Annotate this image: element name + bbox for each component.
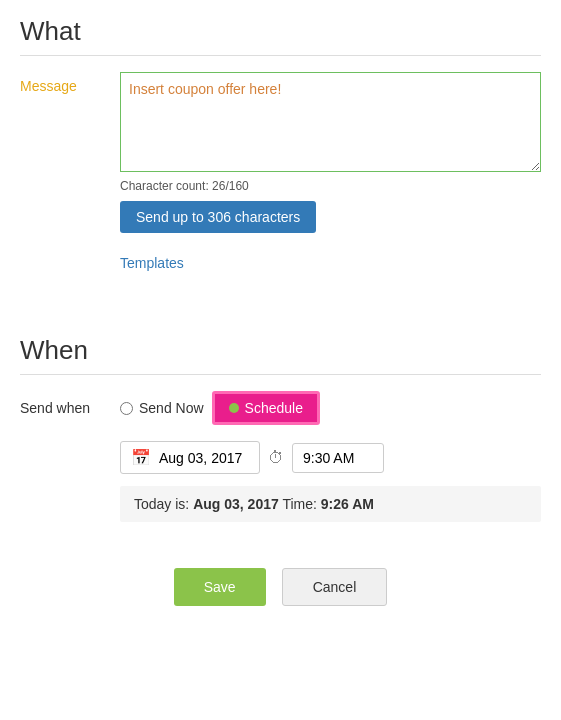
what-title: What [20,16,541,56]
today-prefix: Today is: [134,496,189,512]
when-section: When Send when Send Now Schedule 📅 ⏱ Tod… [0,319,561,538]
message-row: Message Insert coupon offer here! Charac… [20,72,541,233]
today-info: Today is: Aug 03, 2017 Time: 9:26 AM [120,486,541,522]
send-when-label: Send when [20,400,120,416]
calendar-icon: 📅 [131,448,151,467]
footer-buttons: Save Cancel [0,568,561,626]
send-now-label[interactable]: Send Now [139,400,204,416]
message-textarea[interactable]: Insert coupon offer here! [120,72,541,172]
today-date: Aug 03, 2017 [193,496,279,512]
when-title: When [20,335,541,375]
today-time-prefix: Time: [282,496,316,512]
save-button[interactable]: Save [174,568,266,606]
schedule-label: Schedule [245,400,303,416]
message-label: Message [20,72,120,94]
datetime-row: 📅 ⏱ [120,441,541,474]
time-input[interactable] [303,450,373,466]
send-now-radio[interactable] [120,402,133,415]
today-time: 9:26 AM [321,496,374,512]
templates-row: Templates [20,245,541,271]
date-input-wrapper: 📅 [120,441,260,474]
templates-link[interactable]: Templates [120,255,184,271]
schedule-dot-icon [229,403,239,413]
send-when-row: Send when Send Now Schedule [20,391,541,425]
send-now-option[interactable]: Send Now [120,400,204,416]
char-count-text: Character count: 26/160 [120,179,541,193]
message-control-area: Insert coupon offer here! Character coun… [120,72,541,233]
time-input-wrapper [292,443,384,473]
clock-icon: ⏱ [268,449,284,467]
what-section: What Message Insert coupon offer here! C… [0,0,561,299]
date-input[interactable] [159,450,249,466]
cancel-button[interactable]: Cancel [282,568,388,606]
schedule-button[interactable]: Schedule [212,391,320,425]
send-characters-button[interactable]: Send up to 306 characters [120,201,316,233]
